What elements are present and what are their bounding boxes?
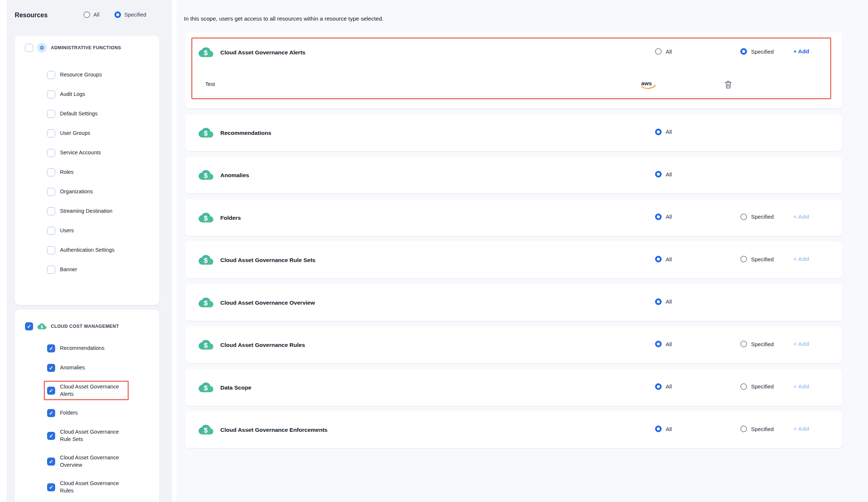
- radio-specified[interactable]: [740, 48, 747, 55]
- scope-option-all[interactable]: All: [655, 256, 672, 262]
- radio-specified-label: Specified: [751, 256, 774, 262]
- radio-specified-label: Specified: [124, 12, 146, 18]
- delete-icon[interactable]: [723, 79, 733, 91]
- add-button[interactable]: + Add: [793, 48, 809, 55]
- resource-checkbox[interactable]: [47, 387, 55, 395]
- radio-all-label: All: [666, 49, 672, 55]
- resource-checkbox[interactable]: [47, 344, 55, 352]
- scope-option-all[interactable]: All: [655, 129, 672, 135]
- cloud-dollar-icon: $: [199, 45, 213, 60]
- radio-all[interactable]: [655, 341, 662, 347]
- resource-checkbox[interactable]: [47, 266, 55, 274]
- resource-checkbox[interactable]: [47, 168, 55, 176]
- add-button[interactable]: + Add: [793, 426, 809, 432]
- sidebar-resource-item: Audit Logs: [47, 90, 124, 98]
- cloud-dollar-icon: $: [199, 422, 213, 437]
- resource-label: Cloud Asset Governance Rule Sets: [60, 429, 124, 443]
- sidebar-resource-item: Authentication Settings: [47, 246, 124, 254]
- radio-specified-label: Specified: [751, 383, 774, 390]
- section-checkbox[interactable]: [25, 44, 33, 52]
- section-checkbox[interactable]: [25, 322, 33, 330]
- resource-checkbox[interactable]: [47, 432, 55, 440]
- resource-label: Banner: [60, 266, 124, 273]
- aws-icon: aws: [639, 78, 659, 92]
- scope-option-all[interactable]: All: [655, 48, 672, 55]
- resource-checkbox[interactable]: [47, 90, 55, 98]
- resource-checkbox[interactable]: [47, 149, 55, 157]
- radio-specified-label: Specified: [751, 214, 774, 220]
- radio-all[interactable]: [655, 171, 662, 178]
- resource-label: Streaming Destination: [60, 208, 124, 215]
- resource-checkbox[interactable]: [47, 458, 55, 466]
- add-button[interactable]: + Add: [793, 256, 809, 262]
- scope-option-all[interactable]: All: [655, 214, 672, 220]
- sidebar-scope-specified[interactable]: Specified: [114, 11, 146, 18]
- sidebar-resource-item: Service Accounts: [47, 149, 124, 157]
- radio-specified[interactable]: [114, 11, 121, 18]
- resource-checkbox[interactable]: [47, 227, 55, 235]
- radio-specified[interactable]: [740, 256, 747, 262]
- scope-option-specified[interactable]: Specified: [740, 214, 774, 220]
- add-button[interactable]: + Add: [793, 214, 809, 220]
- scope-option-all[interactable]: All: [655, 341, 672, 347]
- sidebar-resource-item: Resource Groups: [47, 71, 124, 79]
- scope-option-all[interactable]: All: [655, 171, 672, 178]
- resource-type-card-highlighted: $ Cloud Asset Governance Alerts All Spec…: [185, 32, 842, 108]
- radio-all-label: All: [666, 298, 672, 305]
- resource-checkbox[interactable]: [47, 364, 55, 372]
- radio-all[interactable]: [655, 298, 662, 305]
- radio-specified-label: Specified: [751, 341, 774, 347]
- radio-all[interactable]: [83, 11, 90, 18]
- resource-type-title: Anomalies: [220, 172, 249, 179]
- resource-checkbox[interactable]: [47, 110, 55, 118]
- section-header: ADMINISTRATIVE FUNCTIONS: [15, 43, 159, 53]
- sidebar-resource-item: Cloud Asset Governance Rule Sets: [47, 429, 124, 443]
- radio-all-label: All: [93, 12, 99, 18]
- resource-checkbox[interactable]: [47, 409, 55, 417]
- sidebar-scope-all[interactable]: All: [83, 11, 99, 18]
- resource-type-title: Cloud Asset Governance Overview: [220, 300, 315, 306]
- resource-checkbox[interactable]: [47, 188, 55, 196]
- radio-all[interactable]: [655, 256, 662, 262]
- cloud-dollar-icon: $: [199, 252, 213, 267]
- radio-all[interactable]: [655, 214, 662, 220]
- radio-specified[interactable]: [740, 214, 747, 220]
- resource-checkbox[interactable]: [47, 207, 55, 215]
- resource-type-card: $ Cloud Asset Governance Rule Sets All S…: [185, 241, 842, 278]
- scope-option-specified[interactable]: Specified: [740, 256, 774, 262]
- radio-all[interactable]: [655, 48, 662, 55]
- radio-specified[interactable]: [740, 383, 747, 390]
- scope-main-panel: In this scope, users get access to all r…: [177, 0, 868, 502]
- resource-type-title: Cloud Asset Governance Enforcements: [220, 427, 327, 433]
- scope-option-specified[interactable]: Specified: [740, 383, 774, 390]
- resource-checkbox[interactable]: [47, 71, 55, 79]
- radio-all-label: All: [666, 171, 672, 178]
- add-button[interactable]: + Add: [793, 383, 809, 390]
- scope-option-all[interactable]: All: [655, 298, 672, 305]
- divider: [191, 96, 831, 97]
- section-cloud-cost-management: $ CLOUD COST MANAGEMENT Recommendations …: [15, 310, 159, 502]
- radio-all[interactable]: [655, 129, 662, 135]
- resource-type-card: $ Anomalies All Specified + Add: [185, 157, 842, 193]
- add-button[interactable]: + Add: [793, 341, 809, 347]
- scope-option-specified[interactable]: Specified: [740, 48, 774, 55]
- scope-option-all[interactable]: All: [655, 383, 672, 390]
- cloud-dollar-icon: $: [199, 125, 213, 140]
- radio-all[interactable]: [655, 426, 662, 432]
- sidebar-resource-item: Cloud Asset Governance Overview: [47, 454, 124, 469]
- resource-type-card: $ Cloud Asset Governance Overview All Sp…: [185, 284, 842, 321]
- radio-specified[interactable]: [740, 341, 747, 347]
- scope-option-specified[interactable]: Specified: [740, 426, 774, 432]
- resource-checkbox[interactable]: [47, 483, 55, 491]
- sidebar-resource-item: Banner: [47, 266, 124, 274]
- scope-option-specified[interactable]: Specified: [740, 341, 774, 347]
- radio-all[interactable]: [655, 383, 662, 390]
- highlight-frame: [191, 37, 831, 99]
- svg-text:$: $: [204, 129, 208, 137]
- resource-type-card: $ Cloud Asset Governance Enforcements Al…: [185, 411, 842, 448]
- radio-specified-label: Specified: [751, 49, 774, 55]
- scope-option-all[interactable]: All: [655, 426, 672, 432]
- radio-specified[interactable]: [740, 426, 747, 432]
- resource-checkbox[interactable]: [47, 246, 55, 254]
- resource-checkbox[interactable]: [47, 129, 55, 137]
